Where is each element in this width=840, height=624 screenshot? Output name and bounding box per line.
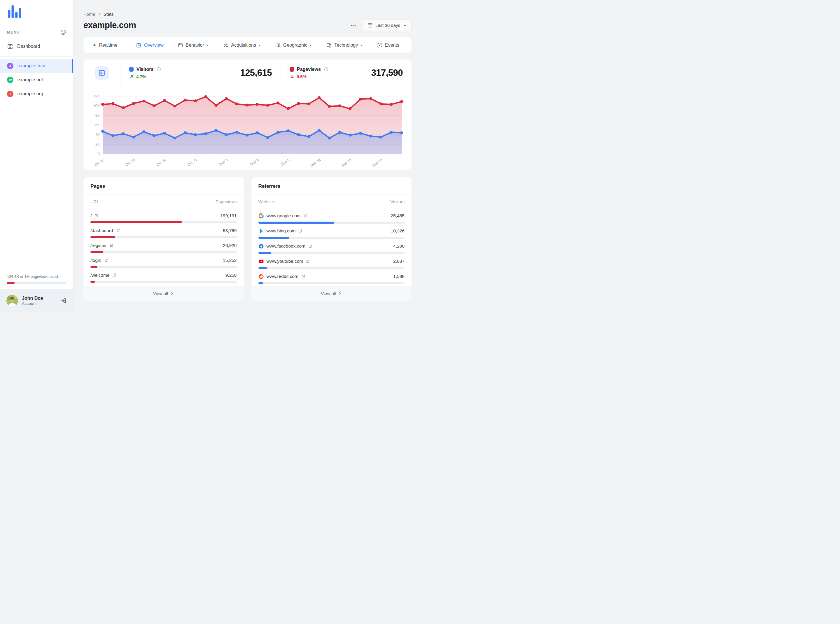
visitors-change: 4.7% bbox=[129, 74, 161, 79]
pageviews-swatch bbox=[289, 67, 294, 72]
page-title: example.com bbox=[84, 20, 136, 30]
logout-icon[interactable] bbox=[60, 297, 67, 304]
scan-icon bbox=[377, 43, 382, 48]
page-url-link[interactable]: /login bbox=[90, 258, 108, 263]
chevron-down-icon bbox=[360, 44, 363, 47]
sidebar-item-dashboard[interactable]: Dashboard bbox=[0, 40, 73, 53]
svg-text:Nov 9: Nov 9 bbox=[280, 158, 291, 167]
youtube-favicon-icon bbox=[258, 259, 264, 264]
tab-events[interactable]: Events bbox=[377, 43, 399, 48]
live-dot-icon bbox=[93, 43, 96, 47]
chevron-right-icon bbox=[170, 291, 174, 295]
referrer-link[interactable]: www.youtube.com bbox=[258, 259, 310, 264]
site-label: example.org bbox=[17, 91, 43, 97]
clover-icon bbox=[7, 63, 14, 69]
pages-col-pageviews: Pageviews bbox=[215, 199, 237, 204]
bing-favicon-icon bbox=[258, 228, 264, 234]
usage-progress-bar bbox=[7, 282, 66, 284]
referrer-row: www.google.com 25,465 bbox=[258, 210, 405, 225]
page-row: /register 26,926 bbox=[90, 239, 237, 254]
chevron-down-icon bbox=[309, 44, 312, 47]
svg-text:Oct 31: Oct 31 bbox=[187, 158, 198, 167]
arrow-down-right-icon bbox=[289, 74, 295, 79]
page-url-link[interactable]: / bbox=[90, 213, 99, 218]
tab-behavior[interactable]: Behavior bbox=[178, 43, 209, 48]
breadcrumb-home[interactable]: Home bbox=[84, 12, 95, 17]
page-url-link[interactable]: /dashboard bbox=[90, 228, 120, 233]
bolt-icon bbox=[7, 91, 14, 97]
waves-icon bbox=[7, 77, 14, 83]
referrer-progress-bar bbox=[258, 222, 405, 224]
referrer-link[interactable]: www.bing.com bbox=[258, 228, 303, 234]
pages-view-all-button[interactable]: View all bbox=[84, 286, 244, 301]
chart-icon bbox=[95, 66, 109, 80]
calendar-icon bbox=[367, 22, 373, 28]
svg-text:12K: 12K bbox=[93, 94, 100, 98]
page-progress-bar bbox=[90, 281, 237, 283]
referrer-progress-bar bbox=[258, 267, 405, 269]
visitors-label: Visitors bbox=[136, 67, 153, 72]
map-icon bbox=[275, 43, 281, 48]
page-progress-bar bbox=[90, 251, 237, 253]
tab-label: Overview bbox=[144, 43, 164, 48]
external-link-icon bbox=[303, 214, 308, 218]
svg-text:Nov 6: Nov 6 bbox=[249, 158, 260, 167]
usage-text: 126.3K of 1M pageviews used. bbox=[7, 274, 66, 279]
page-url-link[interactable]: /register bbox=[90, 243, 114, 248]
referrer-link[interactable]: www.facebook.com bbox=[258, 244, 312, 249]
page-url-link[interactable]: /welcome bbox=[90, 273, 116, 278]
pageviews-change: 0.5% bbox=[289, 74, 329, 79]
persona-icon[interactable] bbox=[60, 29, 66, 35]
sidebar-item-example-com[interactable]: example.com bbox=[0, 59, 73, 73]
tab-label: Events bbox=[385, 43, 399, 48]
more-options-icon[interactable] bbox=[349, 21, 357, 30]
info-icon[interactable] bbox=[324, 67, 329, 72]
referrers-view-all-button[interactable]: View all bbox=[251, 286, 412, 301]
referrer-row: www.facebook.com 4,280 bbox=[258, 240, 405, 255]
svg-text:4K: 4K bbox=[95, 133, 100, 137]
sidebar-item-example-net[interactable]: example.net bbox=[0, 73, 73, 87]
page-progress-bar bbox=[90, 236, 237, 238]
site-list: example.com example.net example.org bbox=[0, 59, 73, 101]
info-icon[interactable] bbox=[156, 67, 161, 72]
chevron-right-icon bbox=[338, 291, 342, 295]
divider bbox=[0, 56, 73, 57]
menu-section-label: MENU bbox=[7, 30, 20, 34]
area-chart-svg: 02K4K6K8K10K12K Oct 22Oct 25Oct 28Oct 31… bbox=[88, 91, 406, 168]
pageviews-value: 317,590 bbox=[371, 68, 403, 78]
referrer-link[interactable]: www.google.com bbox=[258, 213, 308, 219]
page-pageviews-value: 26,926 bbox=[223, 243, 237, 248]
page-row: /dashboard 53,769 bbox=[90, 224, 237, 239]
tab-overview[interactable]: Overview bbox=[136, 43, 164, 48]
svg-text:2K: 2K bbox=[95, 142, 100, 147]
referrer-link[interactable]: www.reddit.com bbox=[258, 274, 305, 280]
tab-label: Realtime bbox=[99, 43, 117, 48]
external-link-icon bbox=[112, 273, 116, 277]
external-link-icon bbox=[104, 258, 108, 263]
external-link-icon bbox=[301, 274, 305, 279]
page-row: /login 15,252 bbox=[90, 254, 237, 269]
tab-acquisitions[interactable]: Acquisitions bbox=[223, 43, 261, 48]
external-link-icon bbox=[94, 213, 99, 218]
external-link-icon bbox=[308, 244, 312, 249]
pages-col-url: URL bbox=[90, 199, 99, 204]
tab-geographic[interactable]: Geographic bbox=[275, 43, 312, 48]
page-row: /welcome 9,258 bbox=[90, 269, 237, 284]
reddit-favicon-icon bbox=[258, 274, 264, 280]
tab-realtime[interactable]: Realtime bbox=[93, 43, 117, 48]
site-label: example.net bbox=[17, 77, 43, 82]
tab-technology[interactable]: Technology bbox=[326, 43, 363, 48]
share-icon bbox=[223, 43, 229, 48]
tab-label: Acquisitions bbox=[231, 43, 256, 48]
tab-label: Behavior bbox=[186, 43, 204, 48]
chevron-down-icon bbox=[403, 23, 407, 28]
date-range-button[interactable]: Last 30 days bbox=[363, 20, 411, 31]
svg-text:8K: 8K bbox=[95, 113, 100, 117]
tab-bar: Realtime Overview Behavior Acquisitions … bbox=[84, 37, 411, 53]
chevron-right-icon bbox=[97, 12, 101, 16]
external-link-icon bbox=[298, 229, 302, 233]
page-progress-bar bbox=[90, 266, 237, 268]
svg-text:6K: 6K bbox=[95, 123, 100, 127]
visitors-value: 125,615 bbox=[240, 68, 272, 78]
sidebar-item-example-org[interactable]: example.org bbox=[0, 87, 73, 101]
